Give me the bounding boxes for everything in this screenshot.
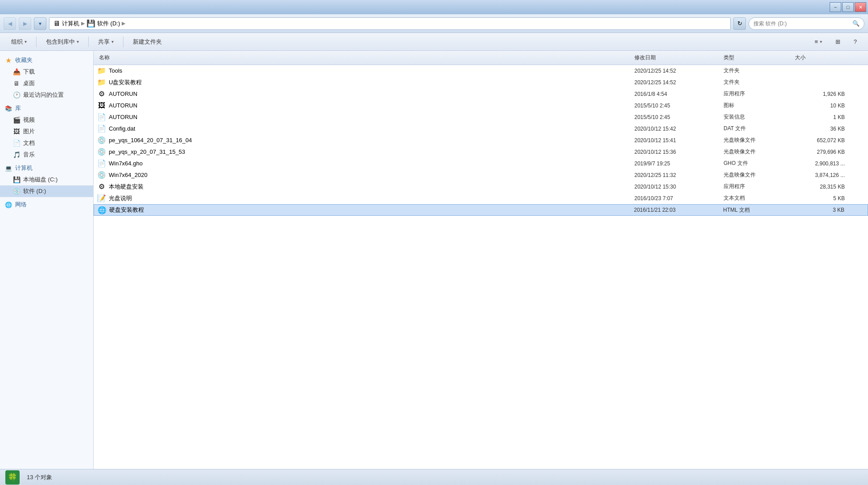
view-button[interactable]: ≡ ▾ — [809, 35, 828, 49]
breadcrumb-sep-2: ▶ — [122, 21, 125, 26]
col-name[interactable]: 名称 — [97, 54, 633, 62]
local-disk-icon: 💾 — [12, 176, 21, 184]
share-arrow: ▾ — [111, 39, 114, 44]
help-button[interactable]: ? — [848, 35, 863, 49]
search-input[interactable] — [753, 21, 850, 27]
view-options-button[interactable]: ⊞ — [830, 35, 846, 49]
file-name-cell: 💿pe_yqs_1064_20_07_31_16_04 — [97, 136, 633, 145]
file-name-cell: 📄AUTORUN — [97, 113, 633, 122]
close-button[interactable]: ✕ — [855, 2, 866, 12]
share-button[interactable]: 共享 ▾ — [92, 35, 119, 49]
file-modified: 2020/12/25 11:32 — [633, 172, 722, 178]
table-row[interactable]: 📁U盘安装教程2020/12/25 14:52文件夹 — [94, 77, 868, 88]
table-row[interactable]: 📄Config.dat2020/10/12 15:42DAT 文件36 KB — [94, 123, 868, 135]
include-arrow: ▾ — [77, 39, 79, 44]
table-row[interactable]: 📄AUTORUN2015/5/10 2:45安装信息1 KB — [94, 111, 868, 123]
file-modified: 2019/9/7 19:25 — [633, 160, 722, 167]
breadcrumb-computer-label: 计算机 — [62, 20, 79, 28]
breadcrumb-drive[interactable]: 💾 软件 (D:) — [86, 19, 120, 28]
software-disk-icon: 💿 — [12, 187, 21, 195]
file-name: Tools — [109, 67, 122, 74]
music-icon: 🎵 — [12, 151, 21, 159]
sidebar-item-software-disk[interactable]: 💿 软件 (D:) — [0, 185, 93, 197]
forward-button[interactable]: ▶ — [19, 17, 31, 30]
file-type: 应用程序 — [722, 90, 793, 98]
breadcrumb-drive-label: 软件 (D:) — [97, 20, 120, 28]
sidebar-computer-header[interactable]: 💻 计算机 — [0, 162, 93, 174]
file-name: Config.dat — [109, 125, 135, 132]
document-icon: 📄 — [12, 139, 21, 147]
breadcrumb-computer[interactable]: 🖥 计算机 — [53, 20, 79, 28]
share-label: 共享 — [98, 38, 110, 46]
file-name-cell: 📁U盘安装教程 — [97, 78, 633, 87]
file-name-cell: 💿pe_yqs_xp_20_07_31_15_53 — [97, 148, 633, 156]
table-row[interactable]: 💿pe_yqs_xp_20_07_31_15_532020/10/12 15:3… — [94, 146, 868, 158]
sidebar-favorites-header[interactable]: ★ 收藏夹 — [0, 54, 93, 66]
file-size: 3 KB — [793, 207, 846, 213]
sidebar-item-image[interactable]: 🖼 图片 — [0, 126, 93, 137]
minimize-button[interactable]: − — [830, 2, 841, 12]
file-name: AUTORUN — [109, 102, 137, 109]
sidebar-item-video[interactable]: 🎬 视频 — [0, 114, 93, 126]
file-name: Win7x64.gho — [109, 160, 143, 167]
sidebar-item-recent[interactable]: 🕐 最近访问的位置 — [0, 89, 93, 101]
refresh-button[interactable]: ↻ — [733, 17, 746, 30]
file-name-cell: 🖼AUTORUN — [97, 101, 633, 110]
view-arrow: ▾ — [820, 39, 822, 44]
file-size: 2,900,813 ... — [793, 160, 847, 167]
sidebar-library-header[interactable]: 📚 库 — [0, 103, 93, 114]
content-area: 名称 修改日期 类型 大小 📁Tools2020/12/25 14:52文件夹📁… — [94, 51, 868, 469]
table-row[interactable]: 💿pe_yqs_1064_20_07_31_16_042020/10/12 15… — [94, 135, 868, 146]
back-button[interactable]: ◀ — [4, 17, 16, 30]
file-name: AUTORUN — [109, 114, 137, 120]
file-size: 28,315 KB — [793, 184, 847, 190]
status-count: 13 个对象 — [27, 473, 52, 481]
sidebar-network-header[interactable]: 🌐 网络 — [0, 199, 93, 210]
file-type: HTML 文档 — [721, 206, 793, 214]
col-size[interactable]: 大小 — [793, 54, 847, 62]
include-label: 包含到库中 — [46, 38, 75, 46]
sidebar-item-desktop[interactable]: 🖥 桌面 — [0, 78, 93, 89]
file-name: 光盘说明 — [109, 194, 132, 202]
file-type-icon: 📝 — [97, 194, 106, 203]
view-icon: ≡ — [815, 38, 818, 45]
sidebar-item-download[interactable]: 📥 下载 — [0, 66, 93, 78]
col-modified[interactable]: 修改日期 — [633, 54, 722, 62]
maximize-button[interactable]: □ — [842, 2, 854, 12]
sidebar-item-document[interactable]: 📄 文档 — [0, 137, 93, 149]
file-type: 文本文档 — [722, 194, 793, 202]
recent-locations-button[interactable]: ▾ — [34, 17, 46, 30]
file-modified: 2015/5/10 2:45 — [633, 103, 722, 109]
star-icon: ★ — [4, 56, 12, 64]
file-type: 安装信息 — [722, 113, 793, 121]
table-row[interactable]: 🖼AUTORUN2015/5/10 2:45图标10 KB — [94, 100, 868, 111]
table-row[interactable]: 💿Win7x64_20202020/12/25 11:32光盘映像文件3,874… — [94, 169, 868, 181]
file-modified: 2020/12/25 14:52 — [633, 79, 722, 86]
file-modified: 2016/10/23 7:07 — [633, 195, 722, 201]
file-size: 3,874,126 ... — [793, 172, 847, 178]
table-row[interactable]: ⚙本地硬盘安装2020/10/12 15:30应用程序28,315 KB — [94, 181, 868, 193]
file-type-icon: 📁 — [97, 66, 106, 75]
table-row[interactable]: 📄Win7x64.gho2019/9/7 19:25GHO 文件2,900,81… — [94, 158, 868, 169]
table-row[interactable]: 🌐硬盘安装教程2016/11/21 22:03HTML 文档3 KB — [94, 204, 868, 216]
new-folder-button[interactable]: 新建文件夹 — [127, 35, 168, 49]
file-modified: 2020/10/12 15:41 — [633, 137, 722, 144]
table-row[interactable]: 📝光盘说明2016/10/23 7:07文本文档5 KB — [94, 193, 868, 204]
local-disk-label: 本地磁盘 (C:) — [23, 176, 58, 184]
table-row[interactable]: ⚙AUTORUN2016/1/8 4:54应用程序1,926 KB — [94, 88, 868, 100]
library-label: 库 — [15, 104, 21, 112]
organize-button[interactable]: 组织 ▾ — [5, 35, 33, 49]
file-name-cell: 🌐硬盘安装教程 — [98, 206, 632, 214]
include-button[interactable]: 包含到库中 ▾ — [40, 35, 85, 49]
document-label: 文档 — [23, 139, 35, 147]
network-icon: 🌐 — [4, 201, 12, 209]
sidebar-item-local-disk[interactable]: 💾 本地磁盘 (C:) — [0, 174, 93, 185]
search-icon: 🔍 — [852, 20, 860, 27]
column-headers: 名称 修改日期 类型 大小 — [94, 51, 868, 65]
sidebar-item-music[interactable]: 🎵 音乐 — [0, 149, 93, 160]
download-label: 下载 — [23, 68, 35, 76]
video-icon: 🎬 — [12, 116, 21, 124]
recent-label: 最近访问的位置 — [23, 91, 64, 99]
table-row[interactable]: 📁Tools2020/12/25 14:52文件夹 — [94, 65, 868, 77]
col-type[interactable]: 类型 — [722, 54, 793, 62]
